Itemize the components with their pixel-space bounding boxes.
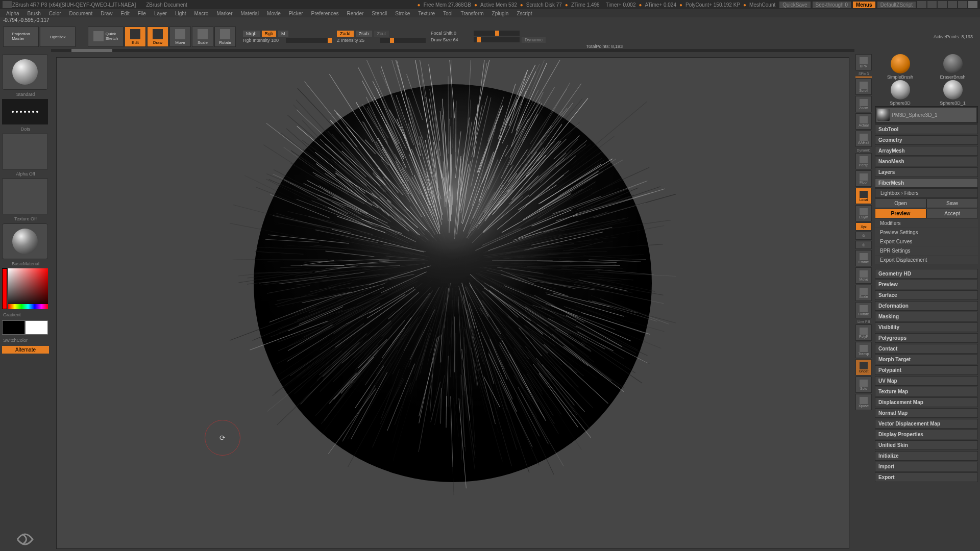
fibermesh-section[interactable]: FiberMesh [875,178,978,188]
xpose-button[interactable]: Xpose [855,394,872,410]
move2-button[interactable]: Move [855,267,872,284]
projection-master-button[interactable]: Projection Master [3,27,39,47]
geometry-section[interactable]: Geometry [875,135,978,145]
alternate-button[interactable]: Alternate [2,346,49,354]
zsub-button[interactable]: Zsub [356,31,372,37]
fiber-preview-button[interactable]: Preview [875,209,926,218]
preview-settings-section[interactable]: Preview Settings [875,228,978,237]
zoom-button[interactable]: Zoom [855,96,872,112]
color-picker[interactable] [2,268,48,309]
modifiers-section[interactable]: Modifiers [875,219,978,228]
dynamic-button[interactable]: Dynamic [522,37,546,43]
texture-map-section[interactable]: Texture Map [875,387,978,396]
menus-button[interactable]: Menus [853,2,875,8]
rotate2-button[interactable]: Rotate [855,302,872,318]
sphere3d-tool[interactable]: Sphere3D [875,80,925,106]
pivot-button[interactable]: ⊙ [855,232,872,240]
geometry-hd-section[interactable]: Geometry HD [875,269,978,279]
polyf-button[interactable]: PolyF [855,324,872,341]
menu-render[interactable]: Render [347,11,364,16]
seethrough-slider[interactable]: See-through 0 [813,2,851,8]
layout-icon[interactable] [927,1,937,8]
brush-thumb[interactable] [2,54,48,90]
menu-draw[interactable]: Draw [101,11,112,16]
default-zscript[interactable]: DefaultZScript [877,2,916,8]
display-properties-section[interactable]: Display Properties [875,430,978,439]
fiber-save-button[interactable]: Save [926,198,978,208]
center-button[interactable]: ◎ [855,241,872,249]
vector-disp-map-section[interactable]: Vector Displacement Map [875,419,978,429]
menu-light[interactable]: Light [175,11,186,16]
persp-button[interactable]: Persp [855,153,872,169]
surface-section[interactable]: Surface [875,290,978,300]
menu-material[interactable]: Material [241,11,259,16]
xyz-button[interactable]: Xyz [855,222,872,231]
menu-marker[interactable]: Marker [216,11,232,16]
menu-color[interactable]: Color [49,11,61,16]
subtool-section[interactable]: SubTool [875,124,978,134]
minimize-icon[interactable] [948,1,957,8]
polypaint-section[interactable]: Polypaint [875,365,978,375]
mrgb-button[interactable]: Mrgb [243,31,260,37]
lightbox-button[interactable]: LightBox [40,27,76,47]
move-button[interactable]: Move [169,27,191,47]
lightbox-fibers-button[interactable]: Lightbox › Fibers [875,188,978,198]
aahalf-button[interactable]: AAHalf [855,131,872,147]
sphere3d1-tool[interactable]: Sphere3D_1 [927,80,978,106]
export-displacement-button[interactable]: Export Displacement [875,256,978,264]
scale-button[interactable]: Scale [192,27,213,47]
swatch-white[interactable] [25,320,48,335]
local-button[interactable]: Local [855,188,872,204]
displacement-map-section[interactable]: Displacement Map [875,397,978,407]
polygroups-section[interactable]: Polygroups [875,333,978,343]
unified-skin-section[interactable]: Unified Skin [875,440,978,450]
solo-button[interactable]: Solo [855,377,872,393]
visibility-section[interactable]: Visibility [875,322,978,332]
fiber-open-button[interactable]: Open [875,198,926,208]
eraserbrush-tool[interactable]: EraserBrush [927,54,978,80]
menu-tool[interactable]: Tool [443,11,452,16]
material-thumb[interactable] [2,223,48,259]
menu-macro[interactable]: Macro [194,11,209,16]
swatch-black[interactable] [2,320,25,335]
quicksave-button[interactable]: QuickSave [779,2,810,8]
menu-edit[interactable]: Edit [121,11,130,16]
zcut-button[interactable]: Zcut [374,31,389,37]
texture-thumb[interactable] [2,179,48,214]
draw-button[interactable]: Draw [147,27,168,47]
rgb-button[interactable]: Rgb [262,31,277,37]
menu-zscript[interactable]: Zscript [517,11,532,16]
morph-target-section[interactable]: Morph Target [875,355,978,364]
gradient-button[interactable]: Gradient [2,311,49,318]
document-canvas[interactable] [56,57,849,549]
menu-movie[interactable]: Movie [267,11,281,16]
bpr-button[interactable]: BPR [855,54,872,70]
maximize-icon[interactable] [958,1,967,8]
layers-section[interactable]: Layers [875,167,978,177]
floor-button[interactable]: Floor [855,170,872,187]
fiber-accept-button[interactable]: Accept [926,209,978,218]
menu-brush[interactable]: Brush [28,11,41,16]
m-button[interactable]: M [278,31,288,37]
scale2-button[interactable]: Scale [855,285,872,301]
edit-button[interactable]: Edit [125,27,146,47]
menu-texture[interactable]: Texture [418,11,435,16]
layout-icon[interactable] [917,1,926,8]
tool-row-selected[interactable]: PM3D_Sphere3D_1 [876,108,976,122]
rgb-intensity-slider[interactable] [286,38,332,43]
color-swatches[interactable] [2,320,49,335]
nanomesh-section[interactable]: NanoMesh [875,157,978,166]
export-button[interactable]: Export [875,472,978,482]
menu-file[interactable]: File [138,11,146,16]
simplebrush-tool[interactable]: SimpleBrush [875,54,925,80]
zadd-button[interactable]: Zadd [337,31,354,37]
stroke-thumb[interactable] [2,99,48,124]
bpr-settings-section[interactable]: BPR Settings [875,246,978,255]
tool-list[interactable]: PM3D_Sphere3D_1 [875,106,978,123]
menu-stroke[interactable]: Stroke [395,11,410,16]
menu-document[interactable]: Document [69,11,93,16]
transp-button[interactable]: Transp [855,342,872,358]
preview-section[interactable]: Preview [875,280,978,289]
lsym-button[interactable]: LSym [855,205,872,221]
draw-size-slider[interactable] [474,37,520,42]
